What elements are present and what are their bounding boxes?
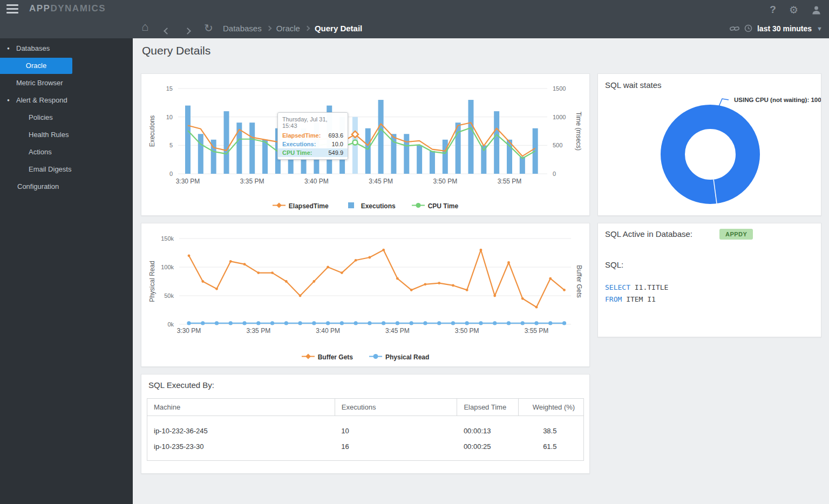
chevron-down-icon[interactable]: ▼ (817, 25, 823, 32)
link-icon[interactable] (730, 25, 739, 32)
legend-label: Buffer Gets (318, 353, 353, 361)
sidebar-item-label: Alert & Respond (16, 96, 67, 104)
sql-text: ITEM I1 (622, 295, 656, 303)
sidebar-item-policies[interactable]: Policies (0, 109, 133, 126)
sidebar-item-actions[interactable]: Actions (0, 144, 133, 161)
physical-read-legend-marker (369, 353, 382, 362)
svg-text:3:55 PM: 3:55 PM (498, 178, 522, 185)
svg-text:3:35 PM: 3:35 PM (246, 327, 270, 335)
svg-text:3:40 PM: 3:40 PM (316, 327, 340, 335)
help-icon[interactable]: ? (770, 4, 776, 16)
sidebar-item-metric-browser[interactable]: Metric Browser (0, 74, 133, 92)
breadcrumb: DatabasesOracleQuery Detail (223, 18, 362, 38)
clock-icon[interactable] (744, 24, 752, 32)
reads-gets-chart[interactable]: 0k50k100k150kPhysical ReadBuffer Gets3:3… (141, 223, 589, 346)
sidebar-item-health-rules[interactable]: Health Rules (0, 126, 133, 144)
tooltip-row: CPU Time:549.9 (278, 148, 348, 157)
svg-text:0: 0 (553, 171, 556, 177)
page-title: Query Details (142, 44, 210, 57)
svg-text:3:40 PM: 3:40 PM (304, 178, 329, 185)
column-header-executions[interactable]: Executions (335, 399, 457, 416)
table-header-row: MachineExecutionsElapsed TimeWeighted (%… (147, 399, 584, 416)
sidebar-item-label: Databases (16, 44, 50, 52)
column-header-weighted[interactable]: Weighted (%) (518, 399, 583, 416)
sidebar-item-configuration[interactable]: Configuration (0, 178, 133, 195)
column-header-machine[interactable]: Machine (147, 399, 335, 416)
tooltip-series-value: 693.6 (328, 132, 343, 139)
menu-icon[interactable] (6, 4, 18, 13)
forward-icon[interactable] (185, 26, 190, 36)
appdynamics-logo: APPDYNAMICS (29, 3, 106, 14)
user-icon[interactable] (811, 5, 821, 15)
svg-text:50k: 50k (164, 292, 174, 299)
table-row[interactable]: ip-10-232-36-2451000:00:1338.5 (147, 416, 584, 439)
back-icon[interactable] (165, 26, 169, 36)
tooltip-row: Executions:10.0 (278, 140, 348, 148)
breadcrumb-item-oracle[interactable]: Oracle (276, 24, 300, 33)
svg-text:10: 10 (166, 114, 173, 120)
sql-code: SELECT I1.TITLE FROM ITEM I1 (605, 282, 668, 305)
svg-text:3:35 PM: 3:35 PM (240, 178, 264, 185)
sidebar-item-label: Health Rules (29, 131, 69, 139)
sidebar-item-label: Actions (29, 148, 52, 156)
legend-label: Physical Read (385, 353, 429, 361)
wait-states-donut-chart[interactable] (598, 74, 821, 216)
svg-text:500: 500 (553, 142, 562, 148)
chevron-right-icon (266, 26, 271, 31)
sql-active-panel: SQL Active in Database: APPDY SQL: SELEC… (597, 223, 821, 337)
executions-legend-marker (345, 202, 358, 210)
svg-text:15: 15 (166, 85, 173, 92)
tooltip-series-label: ElapsedTime: (282, 132, 321, 139)
sidebar: ●DatabasesOracleMetric Browser●Alert & R… (0, 38, 133, 504)
buffer-gets-legend-marker (302, 353, 315, 362)
svg-text:0k: 0k (167, 321, 174, 328)
sql-executed-title: SQL Executed By: (148, 380, 214, 390)
svg-text:3:50 PM: 3:50 PM (455, 327, 479, 335)
sidebar-item-email-digests[interactable]: Email Digests (0, 161, 133, 178)
table-cell: 61.5 (518, 439, 583, 461)
sql-executed-table: MachineExecutionsElapsed TimeWeighted (%… (147, 398, 584, 461)
chart2-legend: Buffer GetsPhysical Read (141, 353, 589, 362)
breadcrumb-item-query-detail: Query Detail (315, 24, 362, 33)
tooltip-series-label: CPU Time: (282, 149, 312, 156)
donut-callout-label: USING CPU (not waiting): 100.0% (734, 97, 821, 103)
legend-item-elapsedtime[interactable]: ElapsedTime (273, 202, 329, 210)
sidebar-item-databases[interactable]: ●Databases (0, 40, 133, 57)
gear-icon[interactable]: ⚙ (789, 5, 798, 15)
executions-time-chart[interactable]: 051015050010001500ExecutionsTime (msecs)… (141, 74, 589, 196)
table-row[interactable]: ip-10-235-23-301600:00:2561.5 (147, 439, 584, 461)
logo-text-dynamics: DYNAMICS (50, 3, 106, 13)
sidebar-item-oracle[interactable]: Oracle (0, 58, 72, 74)
svg-text:1500: 1500 (553, 85, 566, 92)
table-cell: 16 (335, 439, 457, 461)
legend-item-cpu-time[interactable]: CPU Time (412, 202, 458, 210)
table-cell: ip-10-232-36-245 (147, 416, 335, 439)
sql-text: I1.TITLE (630, 283, 668, 291)
svg-text:3:55 PM: 3:55 PM (525, 327, 549, 335)
legend-item-physical-read[interactable]: Physical Read (369, 353, 429, 362)
sidebar-item-label: Email Digests (29, 165, 71, 173)
time-range-label[interactable]: last 30 minutes (757, 24, 812, 33)
legend-label: Executions (361, 202, 396, 210)
sql-keyword: SELECT (605, 283, 630, 291)
tooltip-title: Thursday, Jul 31, 15:43 (278, 116, 348, 131)
home-icon[interactable]: ⌂ (141, 20, 148, 34)
sidebar-item-alert-respond[interactable]: ●Alert & Respond (0, 92, 133, 109)
breadcrumb-item-databases[interactable]: Databases (223, 24, 262, 33)
topbar: APPDYNAMICS ? ⚙ ⌂ ↻ DatabasesOracleQuery… (0, 0, 829, 38)
elapsedtime-legend-marker (273, 202, 286, 210)
executions-time-chart-panel: 051015050010001500ExecutionsTime (msecs)… (141, 73, 590, 216)
sql-active-title: SQL Active in Database: (605, 229, 705, 239)
bullet-icon: ● (7, 40, 10, 57)
column-header-elapsed-time[interactable]: Elapsed Time (457, 399, 518, 416)
topbar-icons: ? ⚙ (770, 2, 821, 18)
sql-code-line: SELECT I1.TITLE (605, 283, 668, 291)
sidebar-item-label: Metric Browser (16, 79, 63, 87)
legend-item-executions[interactable]: Executions (345, 202, 396, 210)
chart-tooltip: Thursday, Jul 31, 15:43 ElapsedTime:693.… (277, 112, 348, 160)
table-cell: 00:00:13 (457, 416, 518, 439)
svg-text:Buffer Gets: Buffer Gets (575, 265, 583, 297)
legend-item-buffer-gets[interactable]: Buffer Gets (302, 353, 353, 362)
refresh-icon[interactable]: ↻ (204, 21, 213, 35)
svg-text:3:30 PM: 3:30 PM (177, 327, 201, 335)
